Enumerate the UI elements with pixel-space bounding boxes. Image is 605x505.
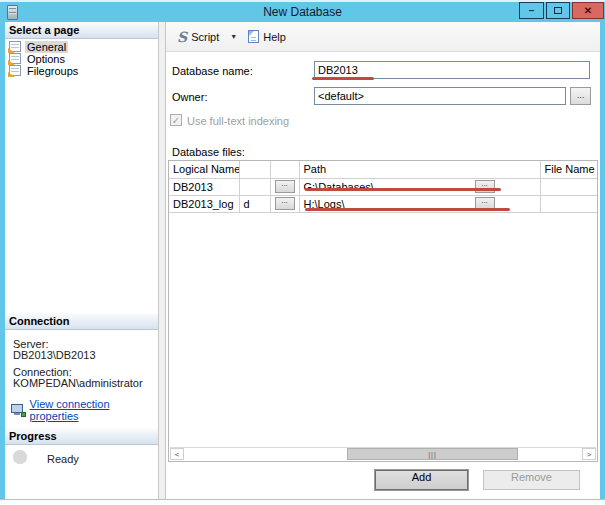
scroll-left-arrow[interactable]: < (170, 448, 184, 460)
page-icon (9, 41, 21, 52)
sidebar-item-label: General (25, 41, 68, 53)
maximize-button[interactable] (546, 2, 570, 19)
page-icon (9, 65, 21, 76)
connection-properties-icon (11, 404, 26, 417)
annotation-underline-dbname (312, 77, 374, 80)
titlebar[interactable]: New Database – ✕ (0, 0, 605, 22)
column-header-logical-name[interactable]: Logical Name (169, 161, 239, 178)
cell-path[interactable]: G:\Databases\... (299, 178, 540, 195)
autogrowth-browse-button[interactable]: ... (275, 180, 295, 193)
grid-header-row: Logical Name Path File Name (169, 161, 597, 178)
panel-splitter[interactable] (158, 22, 166, 499)
window-controls: – ✕ (519, 2, 604, 19)
minimize-button[interactable]: – (519, 2, 544, 19)
new-database-dialog: New Database – ✕ Select a page General O… (0, 0, 605, 500)
scrollbar-track[interactable]: ||| (184, 448, 582, 460)
owner-browse-button[interactable]: ... (570, 87, 591, 105)
dialog-toolbar: S Script ▼ Help (166, 22, 600, 52)
view-connection-properties-link[interactable]: View connection properties (30, 398, 158, 422)
column-header-buttons[interactable] (270, 161, 299, 178)
cell-autogrowth: ... (270, 178, 299, 195)
scroll-right-arrow[interactable]: > (582, 448, 596, 460)
window-title: New Database (0, 5, 605, 19)
view-connection-properties-row: View connection properties (11, 398, 158, 422)
script-button-label: Script (191, 31, 219, 43)
cell-col2[interactable]: d (239, 195, 270, 212)
remove-button[interactable]: Remove (483, 470, 580, 490)
server-value: DB2013\DB2013 (13, 349, 96, 361)
sidebar-item-filegroups[interactable]: Filegroups (9, 64, 80, 77)
page-icon (9, 53, 21, 64)
annotation-underline-data-path (305, 188, 501, 191)
add-button[interactable]: Add (375, 470, 468, 490)
screenshot-stage: New Database – ✕ Select a page General O… (0, 0, 605, 505)
progress-header: Progress (5, 428, 158, 445)
script-dropdown-arrow[interactable]: ▼ (227, 33, 240, 40)
select-a-page-header: Select a page (5, 22, 158, 39)
cell-autogrowth: ... (270, 195, 299, 212)
help-button-label: Help (263, 31, 286, 43)
cell-file-name[interactable] (540, 178, 597, 195)
annotation-underline-log-path (305, 208, 510, 211)
cell-file-name[interactable] (540, 195, 597, 212)
cell-logical-name[interactable]: DB2013_log (169, 195, 239, 212)
script-button[interactable]: S Script (171, 27, 225, 47)
owner-input[interactable] (314, 87, 566, 105)
database-name-label: Database name: (172, 65, 253, 77)
progress-status: Ready (47, 453, 79, 465)
general-page-panel: S Script ▼ Help Database name: Owner: ..… (166, 22, 600, 499)
select-page-panel: Select a page General Options Filegroups… (5, 22, 158, 499)
connection-value: KOMPEDAN\administrator (13, 377, 143, 389)
horizontal-scrollbar: < ||| > (170, 447, 596, 460)
sidebar-item-label: Filegroups (25, 65, 80, 77)
minimize-icon: – (529, 5, 535, 16)
cell-col2[interactable] (239, 178, 270, 195)
close-button[interactable]: ✕ (572, 2, 604, 19)
fulltext-checkbox[interactable]: ✓ (170, 114, 182, 126)
help-button[interactable]: Help (242, 26, 292, 47)
column-header-file-name[interactable]: File Name (540, 161, 597, 178)
column-header-path[interactable]: Path (299, 161, 540, 178)
column-header-blank[interactable] (239, 161, 270, 178)
sidebar-item-label: Options (25, 53, 67, 65)
connection-header: Connection (5, 313, 158, 330)
script-icon: S (177, 31, 187, 43)
database-files-label: Database files: (172, 146, 245, 158)
table-row: DB2013 ... G:\Databases\... (169, 178, 597, 195)
scrollbar-thumb[interactable]: ||| (347, 448, 518, 460)
owner-label: Owner: (172, 91, 207, 103)
maximize-icon (554, 7, 562, 14)
cell-logical-name[interactable]: DB2013 (169, 178, 239, 195)
database-files-grid: Logical Name Path File Name DB2013 ... G… (168, 160, 598, 462)
close-icon: ✕ (584, 5, 592, 16)
help-icon (248, 30, 259, 43)
progress-spinner-icon (13, 450, 27, 464)
autogrowth-browse-button[interactable]: ... (275, 197, 295, 210)
fulltext-checkbox-label: Use full-text indexing (187, 115, 289, 127)
